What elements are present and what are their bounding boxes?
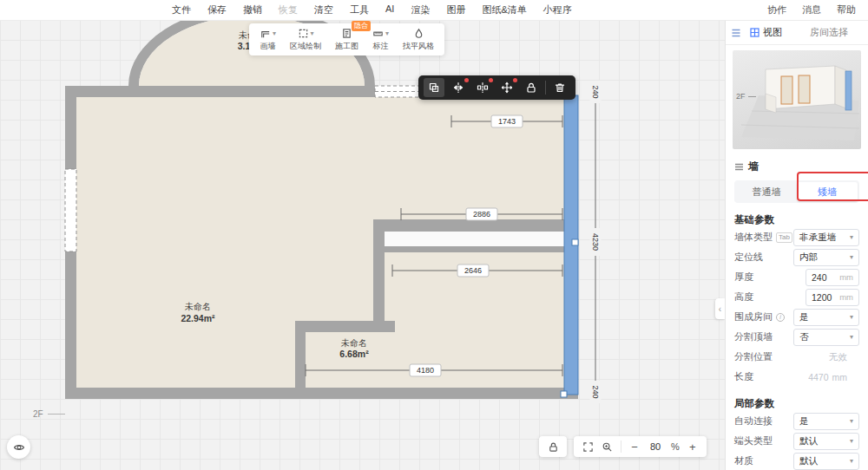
menu-item-messages[interactable]: 消息: [802, 3, 821, 16]
menu-item-redo[interactable]: 恢复: [279, 3, 298, 16]
end-type-select[interactable]: 默认▾: [793, 433, 859, 450]
3d-preview[interactable]: 2F: [733, 50, 861, 149]
param-label: 自动连接: [734, 415, 773, 428]
menu-item-gallery[interactable]: 图册: [446, 3, 465, 16]
visibility-button[interactable]: [7, 435, 30, 459]
param-label: 墙体类型: [734, 231, 773, 244]
menu-item-render[interactable]: 渲染: [411, 3, 430, 16]
chevron-down-icon: ▾: [385, 30, 389, 37]
distribute-button[interactable]: [472, 78, 493, 97]
local-params-title: 局部参数: [726, 395, 868, 411]
lock-icon: [548, 441, 559, 453]
param-row-thickness: 厚度 240mm: [726, 267, 868, 287]
flip-icon: [452, 82, 464, 94]
room-main-name: 未命名: [184, 302, 211, 311]
auto-connect-select[interactable]: 是▾: [793, 413, 859, 430]
chevron-down-icon: ▾: [273, 30, 276, 37]
menu-item-tools[interactable]: 工具: [350, 3, 369, 16]
locate-line-select[interactable]: 内部▾: [793, 249, 859, 266]
flip-button[interactable]: [448, 78, 469, 97]
annotation-label: 标注: [373, 41, 389, 52]
param-label: 分割位置: [734, 350, 773, 363]
menu-item-undo[interactable]: 撤销: [243, 3, 262, 16]
zoom-in-button[interactable]: +: [687, 441, 698, 454]
tab-room-select[interactable]: 房间选择: [810, 26, 848, 39]
tab-normal-wall[interactable]: 普通墙: [736, 182, 797, 201]
wall-section-header: 墙: [726, 158, 868, 175]
eye-icon: [13, 441, 25, 454]
chevron-down-icon: ▾: [850, 254, 853, 261]
draw-toolbar: ▾ 画墙 ▾ 区域绘制 隐合 施工图 ▾ 标注 找平风格: [249, 23, 444, 55]
param-row-split-position: 分割位置 无效: [726, 347, 868, 367]
floorplan-canvas[interactable]: 1743 2886 2646 4180 240 4230 240 未命名 3.1…: [0, 0, 725, 470]
menu-items: 文件 保存 撤销 恢复 清空 工具 AI 渲染 图册 图纸&清单 小程序: [0, 3, 572, 16]
chevron-down-icon: ▾: [850, 314, 853, 321]
notification-dot: [513, 78, 517, 82]
tab-view[interactable]: 视图: [750, 26, 782, 39]
menu-item-help[interactable]: 帮助: [837, 3, 856, 16]
zoom-out-button[interactable]: −: [629, 441, 640, 454]
room-secondary-name: 未命名: [340, 338, 367, 348]
draw-wall-button[interactable]: ▾ 画墙: [260, 27, 276, 52]
param-row-form-room: 围成房间i 是▾: [726, 307, 868, 327]
move-button[interactable]: [496, 78, 517, 97]
trash-icon: [554, 82, 566, 94]
param-row-auto-connect: 自动连接 是▾: [726, 411, 868, 431]
dim-right-bottom: 240: [591, 385, 600, 398]
zoom-unit: %: [671, 441, 680, 452]
height-input[interactable]: 1200mm: [806, 289, 859, 306]
canvas-lock-button[interactable]: [539, 436, 567, 457]
area-draw-button[interactable]: ▾ 区域绘制: [290, 27, 321, 52]
menu-item-drawings-list[interactable]: 图纸&清单: [482, 3, 526, 16]
move-icon: [501, 82, 513, 94]
lock-button[interactable]: [521, 78, 542, 97]
panel-menu-icon[interactable]: [731, 28, 741, 38]
menu-item-miniprogram[interactable]: 小程序: [543, 3, 572, 16]
annotation-button[interactable]: ▾ 标注: [372, 27, 389, 52]
draw-wall-icon: [260, 28, 271, 39]
distribute-icon: [477, 82, 489, 94]
construction-drawing-label: 施工图: [335, 41, 358, 52]
param-row-end-type: 端头类型 默认▾: [726, 431, 868, 451]
zoom-region-icon[interactable]: [602, 441, 613, 453]
split-top-select[interactable]: 否▾: [793, 329, 859, 346]
chevron-down-icon: ▾: [850, 458, 853, 465]
delete-button[interactable]: [549, 78, 570, 97]
notification-dot: [489, 78, 493, 82]
menu-item-clear[interactable]: 清空: [314, 3, 333, 16]
form-room-select[interactable]: 是▾: [793, 309, 859, 326]
duplicate-icon: [428, 82, 440, 94]
param-row-height: 高度 1200mm: [726, 287, 868, 307]
unit-label: mm: [839, 292, 853, 302]
toolbar-divider: [545, 81, 546, 95]
lock-icon: [525, 82, 537, 94]
leveling-style-label: 找平风格: [403, 41, 434, 52]
chevron-down-icon: ▾: [850, 418, 853, 425]
wall-handle[interactable]: [572, 239, 578, 245]
divider: [621, 441, 621, 453]
menu-item-ai[interactable]: AI: [385, 3, 394, 16]
wall-type-select[interactable]: 非承重墙▾: [793, 229, 859, 246]
section-title: 墙: [748, 160, 759, 174]
menu-item-file[interactable]: 文件: [172, 3, 191, 16]
tab-low-wall[interactable]: 矮墙: [797, 182, 858, 201]
material-select[interactable]: 默认▾: [793, 453, 859, 470]
menu-item-save[interactable]: 保存: [207, 3, 227, 16]
list-icon: [734, 162, 744, 172]
properties-panel: 视图 房间选择 2F 墙 普通墙 矮墙 基础参数 墙体类型Tab 非: [725, 21, 868, 470]
menu-item-collaborate[interactable]: 协作: [767, 3, 786, 16]
wall-handle[interactable]: [561, 391, 567, 397]
dim-right-top: 240: [591, 85, 600, 98]
chevron-down-icon: ▾: [850, 234, 853, 241]
unit-label: mm: [839, 272, 853, 282]
leveling-style-button[interactable]: 找平风格: [403, 27, 434, 52]
thickness-input[interactable]: 240mm: [806, 269, 859, 286]
menu-right: 协作 消息 帮助: [767, 3, 856, 16]
area-draw-label: 区域绘制: [290, 41, 321, 52]
panel-collapse-chevron[interactable]: ‹: [715, 298, 725, 319]
fit-screen-icon[interactable]: [582, 441, 594, 453]
duplicate-button[interactable]: [424, 78, 444, 97]
zoom-value[interactable]: 80: [648, 441, 663, 452]
construction-drawing-button[interactable]: 隐合 施工图: [335, 27, 358, 52]
construction-badge: 隐合: [352, 21, 371, 31]
